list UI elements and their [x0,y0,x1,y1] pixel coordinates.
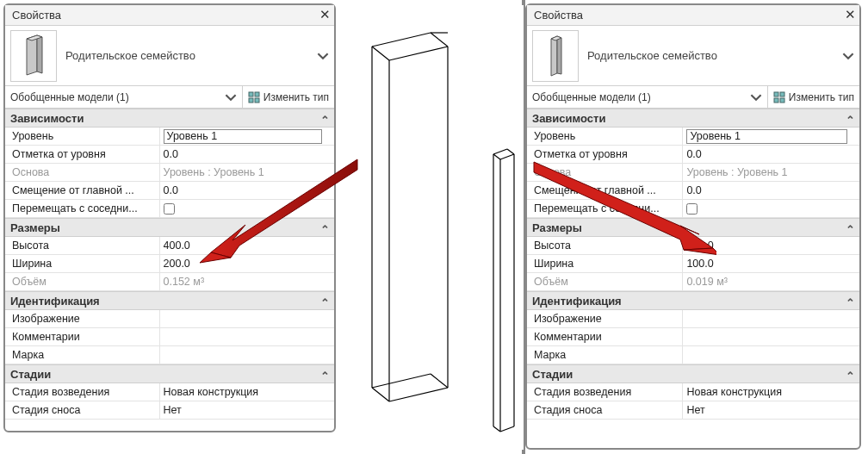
type-thumbnail [532,30,579,82]
width-input[interactable] [686,258,856,270]
chevron-down-icon[interactable] [842,50,854,62]
level-value[interactable]: Уровень 1 [686,129,847,144]
prop-row-height: Высота [527,237,859,255]
host-offset-input[interactable] [164,184,331,196]
collapse-icon[interactable]: ⌃ [846,223,854,232]
prop-row-phase-demo: Стадия сноса Нет [5,401,334,420]
instance-row: Обобщенные модели (1) Изменить тип [5,86,334,109]
close-icon[interactable]: ✕ [319,9,331,22]
svg-rect-4 [255,92,259,96]
type-selector[interactable]: Родительское семейство [527,26,859,86]
collapse-icon[interactable]: ⌃ [846,296,854,305]
host-offset-input[interactable] [686,184,856,196]
svg-rect-3 [249,92,253,96]
type-selector[interactable]: Родительское семейство [5,26,334,86]
collapse-icon[interactable]: ⌃ [846,370,854,378]
edit-type-button[interactable]: Изменить тип [767,86,859,108]
group-header-constraints[interactable]: Зависимости ⌃ [5,109,334,127]
prop-row-image: Изображение [527,310,859,328]
comments-input[interactable] [164,331,331,343]
svg-line-10 [389,47,448,60]
collapse-icon[interactable]: ⌃ [320,114,329,122]
svg-line-26 [493,426,500,432]
collapse-icon[interactable]: ⌃ [320,296,329,305]
prop-row-width: Ширина [527,255,859,273]
width-input[interactable] [164,258,331,270]
svg-line-19 [493,149,507,154]
chevron-down-icon [750,91,762,103]
group-header-constraints[interactable]: Зависимости ⌃ [527,109,859,127]
svg-rect-5 [249,98,253,103]
group-header-dims[interactable]: Размеры ⌃ [527,218,859,237]
prop-row-comments: Комментарии [5,328,334,346]
mark-input[interactable] [164,349,331,361]
column-model-large [363,21,458,426]
prop-row-volume: Объём 0.152 м³ [5,273,334,291]
prop-row-offset: Отметка от уровня [527,146,859,164]
edit-type-icon [248,91,260,103]
svg-line-21 [493,154,500,159]
panel-title-text: Свойства [12,9,61,22]
chevron-down-icon [225,91,237,103]
svg-line-22 [500,154,514,159]
comments-input[interactable] [686,331,856,343]
svg-line-20 [507,149,514,154]
prop-row-phase-created: Стадия возведения Новая конструкция [527,383,859,401]
image-input[interactable] [686,313,856,325]
mark-input[interactable] [686,349,856,361]
instance-filter-combo[interactable]: Обобщенные модели (1) [5,91,242,103]
collapse-icon[interactable]: ⌃ [320,223,329,232]
prop-row-comments: Комментарии [527,328,859,346]
prop-row-width: Ширина [5,255,334,273]
family-name: Родительское семейство [579,49,842,62]
svg-rect-6 [255,98,259,103]
offset-input[interactable] [164,148,331,160]
moves-checkbox[interactable] [164,203,175,215]
properties-panel-left: Свойства ✕ Родительское семейство Обобще… [3,3,336,432]
instance-filter-combo[interactable]: Обобщенные модели (1) [527,91,767,103]
group-header-ident[interactable]: Идентификация ⌃ [5,291,334,310]
svg-rect-34 [780,98,784,103]
edit-type-icon [773,91,785,103]
prop-row-image: Изображение [5,310,334,328]
prop-row-height: Высота [5,237,334,255]
prop-row-mark: Марка [527,346,859,364]
close-icon[interactable]: ✕ [844,9,856,22]
collapse-icon[interactable]: ⌃ [846,114,854,122]
offset-input[interactable] [686,148,856,160]
svg-line-27 [500,426,514,432]
family-name: Родительское семейство [57,49,317,62]
image-input[interactable] [164,313,331,325]
edit-type-button[interactable]: Изменить тип [242,86,334,108]
instance-row: Обобщенные модели (1) Изменить тип [527,86,859,109]
svg-line-9 [372,47,389,60]
prop-row-host: Основа Уровень : Уровень 1 [5,164,334,182]
svg-marker-28 [551,36,557,76]
moves-checkbox[interactable] [686,203,698,215]
panel-title-bar: Свойства ✕ [5,5,334,26]
chevron-down-icon[interactable] [317,50,329,62]
svg-marker-0 [27,35,37,75]
svg-rect-32 [780,92,784,96]
prop-row-moves: Перемещать с соседни... [527,200,859,218]
prop-row-level: Уровень Уровень 1 [527,127,859,146]
group-header-dims[interactable]: Размеры ⌃ [5,218,334,237]
properties-panel-right: Свойства ✕ Родительское семейство Обобще… [525,3,861,450]
group-header-ident[interactable]: Идентификация ⌃ [527,291,859,310]
panel-title-bar: Свойства ✕ [527,5,859,26]
svg-marker-29 [557,36,561,74]
height-input[interactable] [164,239,331,252]
prop-row-phase-created: Стадия возведения Новая конструкция [5,383,334,401]
svg-line-18 [431,374,448,388]
type-thumbnail [10,30,57,82]
prop-row-volume: Объём 0.019 м³ [527,273,859,291]
collapse-icon[interactable]: ⌃ [320,370,329,378]
svg-rect-33 [774,98,778,103]
height-input[interactable] [686,239,856,252]
prop-row-mark: Марка [5,346,334,364]
prop-row-level: Уровень Уровень 1 [5,127,334,146]
group-header-phasing[interactable]: Стадии ⌃ [527,364,859,383]
prop-row-offset: Отметка от уровня [5,146,334,164]
group-header-phasing[interactable]: Стадии ⌃ [5,364,334,383]
level-value[interactable]: Уровень 1 [164,129,322,144]
